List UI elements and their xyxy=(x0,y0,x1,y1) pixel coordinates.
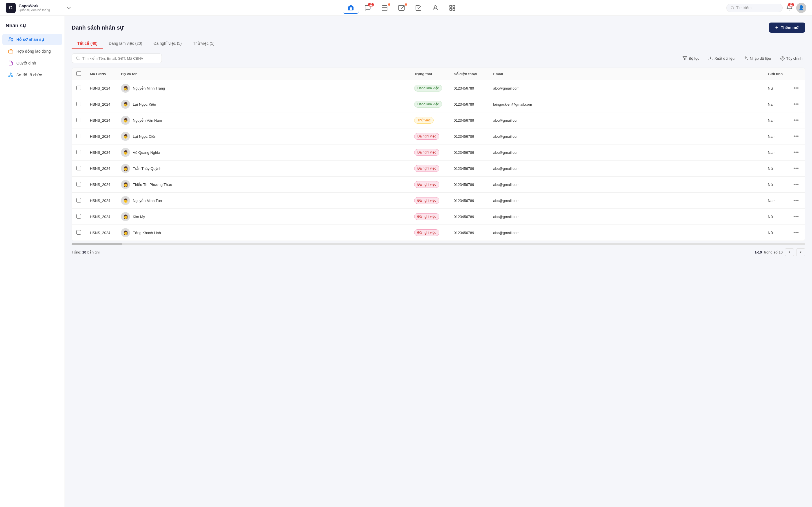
row-name[interactable]: 👩 Thiều Thị Phương Thảo xyxy=(116,177,410,193)
row-checkbox-3[interactable] xyxy=(77,134,81,138)
filter-icon xyxy=(682,56,687,61)
row-checkbox-1[interactable] xyxy=(77,102,81,106)
employee-avatar: 👨 xyxy=(121,196,130,205)
row-status: Đang làm việc xyxy=(410,80,449,96)
row-code: HSNS_2024 xyxy=(86,193,116,209)
row-phone: 0123456789 xyxy=(449,80,489,96)
notification-btn[interactable]: 12 xyxy=(786,4,793,11)
import-button[interactable]: Nhập dữ liệu xyxy=(741,54,774,62)
add-button-label: Thêm mới xyxy=(781,25,800,30)
select-all-checkbox[interactable] xyxy=(77,71,81,76)
add-new-button[interactable]: Thêm mới xyxy=(769,22,805,33)
row-name[interactable]: 👨 Lại Ngọc Ciên xyxy=(116,128,410,145)
row-name[interactable]: 👩 Trần Thúy Quỳnh xyxy=(116,161,410,177)
tab-working[interactable]: Đang làm việc (20) xyxy=(103,38,148,49)
row-name[interactable]: 👨 Lại Ngọc Kiên xyxy=(116,96,410,112)
employee-avatar: 👩 xyxy=(121,83,130,93)
row-phone: 0123456789 xyxy=(449,225,489,241)
row-menu-btn[interactable]: ••• xyxy=(792,85,801,92)
row-checkbox-9[interactable] xyxy=(77,230,81,235)
row-menu-btn[interactable]: ••• xyxy=(792,197,801,204)
row-checkbox-2[interactable] xyxy=(77,118,81,122)
row-code: HSNS_2024 xyxy=(86,225,116,241)
export-button[interactable]: Xuất dữ liệu xyxy=(705,54,737,62)
row-actions[interactable]: ••• xyxy=(787,145,805,161)
prev-page-btn[interactable] xyxy=(785,248,794,256)
logo-icon: G xyxy=(6,3,16,13)
next-page-btn[interactable] xyxy=(796,248,805,256)
row-checkbox-cell xyxy=(72,96,86,112)
nav-profile[interactable] xyxy=(427,2,443,13)
row-status: Đã nghỉ việc xyxy=(410,128,449,145)
user-avatar[interactable]: 👤 xyxy=(796,3,806,13)
row-checkbox-0[interactable] xyxy=(77,86,81,90)
nav-chat[interactable]: 12 xyxy=(360,2,375,13)
sidebar-item-quyet-dinh[interactable]: Quyết định xyxy=(2,57,62,69)
row-checkbox-5[interactable] xyxy=(77,166,81,170)
row-menu-btn[interactable]: ••• xyxy=(792,117,801,124)
org-chart-icon xyxy=(8,72,13,78)
row-gender: Nam xyxy=(763,112,787,128)
filter-button[interactable]: Bộ lọc xyxy=(680,54,702,62)
nav-apps[interactable] xyxy=(444,2,460,13)
customize-button[interactable]: Tùy chỉnh xyxy=(777,54,805,62)
row-name[interactable]: 👨 Vũ Quang Nghĩa xyxy=(116,145,410,161)
row-name[interactable]: 👨 Nguyễn Minh Tún xyxy=(116,193,410,209)
global-search[interactable] xyxy=(726,4,783,12)
tab-probation[interactable]: Thử việc (5) xyxy=(188,38,220,49)
svg-point-28 xyxy=(782,58,783,59)
row-name[interactable]: 👩 Tống Khánh Linh xyxy=(116,225,410,241)
sidebar-item-so-do[interactable]: Sơ đồ tổ chức xyxy=(2,69,62,80)
row-actions[interactable]: ••• xyxy=(787,112,805,128)
row-actions[interactable]: ••• xyxy=(787,225,805,241)
nav-checklist[interactable] xyxy=(410,2,426,13)
row-name[interactable]: 👨 Nguyễn Văn Nam xyxy=(116,112,410,128)
svg-rect-15 xyxy=(10,73,11,74)
nav-calendar[interactable] xyxy=(377,2,393,13)
sidebar-item-ho-so-nhan-su[interactable]: Hồ sơ nhân sự xyxy=(2,34,62,45)
nav-home[interactable] xyxy=(343,2,359,14)
tab-all[interactable]: Tất cả (40) xyxy=(71,38,103,49)
expand-btn[interactable] xyxy=(61,2,77,13)
tab-resigned[interactable]: Đã nghỉ việc (5) xyxy=(148,38,187,49)
row-menu-btn[interactable]: ••• xyxy=(792,133,801,140)
logo-text: GapoWork Quản trị viên hệ thống xyxy=(18,4,50,12)
svg-point-10 xyxy=(731,6,733,9)
row-checkbox-8[interactable] xyxy=(77,214,81,219)
row-checkbox-6[interactable] xyxy=(77,182,81,186)
page-total: trong số 10 xyxy=(764,250,783,255)
row-menu-btn[interactable]: ••• xyxy=(792,229,801,236)
scrollbar-thumb[interactable] xyxy=(71,243,122,245)
sidebar-item-hop-dong[interactable]: Hợp đồng lao động xyxy=(2,46,62,57)
row-actions[interactable]: ••• xyxy=(787,193,805,209)
col-header-code: Mã CBNV xyxy=(86,68,116,80)
row-checkbox-7[interactable] xyxy=(77,198,81,203)
row-actions[interactable]: ••• xyxy=(787,128,805,145)
row-actions[interactable]: ••• xyxy=(787,209,805,225)
horizontal-scrollbar[interactable] xyxy=(71,243,805,245)
row-actions[interactable]: ••• xyxy=(787,80,805,96)
employee-name: Lại Ngọc Kiên xyxy=(133,102,156,107)
row-name[interactable]: 👩 Nguyễn Minh Trang xyxy=(116,80,410,96)
nav-tasks[interactable] xyxy=(394,2,409,13)
status-badge: Đã nghỉ việc xyxy=(414,197,439,204)
row-phone: 0123456789 xyxy=(449,96,489,112)
toolbar-actions: Bộ lọc Xuất dữ liệu Nhập dữ liệu Tùy chỉ… xyxy=(680,54,805,62)
row-menu-btn[interactable]: ••• xyxy=(792,181,801,188)
row-menu-btn[interactable]: ••• xyxy=(792,149,801,156)
row-menu-btn[interactable]: ••• xyxy=(792,101,801,108)
employee-search[interactable] xyxy=(71,54,162,63)
top-right: 12 👤 xyxy=(726,3,806,13)
row-actions[interactable]: ••• xyxy=(787,177,805,193)
global-search-input[interactable] xyxy=(736,6,778,10)
row-checkbox-4[interactable] xyxy=(77,150,81,154)
row-menu-btn[interactable]: ••• xyxy=(792,213,801,220)
row-phone: 0123456789 xyxy=(449,145,489,161)
row-menu-btn[interactable]: ••• xyxy=(792,165,801,172)
row-name[interactable]: 👩 Kim My xyxy=(116,209,410,225)
employee-search-input[interactable] xyxy=(82,56,158,61)
row-actions[interactable]: ••• xyxy=(787,161,805,177)
col-header-phone: Số điện thoại xyxy=(449,68,489,80)
table-row: HSNS_2024 👨 Nguyễn Văn Nam Thử việc 0123… xyxy=(72,112,805,128)
row-actions[interactable]: ••• xyxy=(787,96,805,112)
